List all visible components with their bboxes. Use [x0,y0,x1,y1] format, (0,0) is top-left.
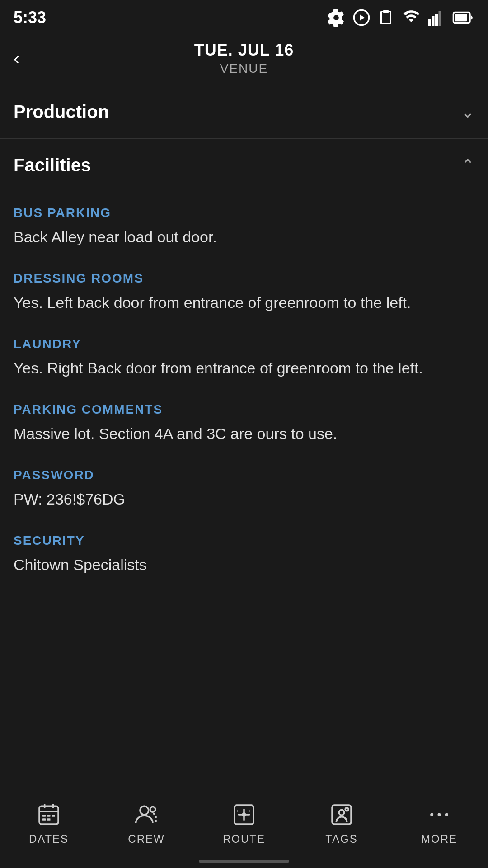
battery-icon [452,9,474,27]
facilities-section-header[interactable]: Facilities ⌃ [0,139,488,192]
home-indicator [199,860,289,863]
production-section-header[interactable]: Production ⌄ [0,85,488,139]
header-date: TUE. JUL 16 [194,41,294,60]
nav-item-route[interactable]: I I ROUTE [208,801,280,845]
svg-rect-18 [52,815,55,817]
security-label: SECURITY [14,533,474,548]
bus-parking-item: BUS PARKING Back Alley near load out doo… [14,206,474,249]
tags-icon [328,801,355,828]
crew-icon [133,801,160,828]
route-icon: I I [230,801,258,828]
status-time: 5:33 [14,8,46,27]
bus-parking-value: Back Alley near load out door. [14,226,474,249]
svg-rect-19 [42,818,46,821]
tags-label: TAGS [325,833,358,845]
svg-rect-7 [432,16,435,26]
svg-rect-6 [428,19,431,26]
more-label: MORE [421,833,457,845]
svg-rect-17 [47,815,51,817]
dates-label: DATES [29,833,69,845]
nav-item-more[interactable]: MORE [403,801,475,845]
production-title: Production [14,102,109,122]
password-label: PASSWORD [14,468,474,482]
parking-comments-item: PARKING COMMENTS Massive lot. Section 4A… [14,402,474,445]
nav-item-tags[interactable]: TAGS [305,801,378,845]
clipboard-icon [378,9,394,27]
svg-point-29 [345,808,348,811]
svg-rect-8 [435,14,438,26]
svg-point-30 [430,813,433,816]
route-label: ROUTE [223,833,265,845]
svg-point-24 [242,812,246,816]
dates-icon [35,801,62,828]
more-icon [426,801,453,828]
back-button[interactable]: ‹ [14,49,19,67]
play-icon [352,9,371,27]
svg-rect-16 [42,815,46,817]
svg-rect-2 [381,12,391,24]
bus-parking-label: BUS PARKING [14,206,474,220]
bottom-nav: DATES CREW I I ROUTE [0,790,488,868]
svg-rect-11 [455,14,467,22]
facilities-title: Facilities [14,155,91,175]
svg-point-32 [445,813,448,816]
header-center: TUE. JUL 16 VENUE [194,41,294,76]
settings-icon [327,9,345,27]
header-subtitle: VENUE [194,61,294,76]
svg-rect-9 [439,11,441,26]
parking-comments-value: Massive lot. Section 4A and 3C are ours … [14,422,474,445]
nav-item-crew[interactable]: CREW [110,801,183,845]
security-item: SECURITY Chitown Specialists [14,533,474,576]
facilities-content: BUS PARKING Back Alley near load out doo… [0,192,488,599]
wifi-icon [401,9,421,27]
svg-rect-3 [383,10,389,13]
svg-text:I: I [237,809,238,813]
dressing-rooms-item: DRESSING ROOMS Yes. Left back door from … [14,271,474,314]
laundry-label: LAUNDRY [14,337,474,351]
svg-point-28 [339,810,344,816]
production-chevron: ⌄ [461,103,474,122]
svg-text:I: I [249,809,251,813]
status-icons [327,9,474,27]
laundry-value: Yes. Right Back door from entrance of gr… [14,357,474,380]
parking-comments-label: PARKING COMMENTS [14,402,474,417]
facilities-chevron: ⌃ [461,156,474,175]
svg-point-21 [140,806,149,815]
laundry-item: LAUNDRY Yes. Right Back door from entran… [14,337,474,380]
svg-marker-1 [360,14,365,20]
crew-label: CREW [128,833,164,845]
dressing-rooms-value: Yes. Left back door from entrance of gre… [14,291,474,314]
status-bar: 5:33 [0,0,488,32]
dressing-rooms-label: DRESSING ROOMS [14,271,474,286]
password-value: PW: 236!$76DG [14,488,474,511]
svg-point-31 [438,813,441,816]
security-value: Chitown Specialists [14,553,474,576]
signal-icon [428,9,445,27]
svg-rect-20 [47,818,51,821]
page-header: ‹ TUE. JUL 16 VENUE [0,32,488,85]
password-item: PASSWORD PW: 236!$76DG [14,468,474,511]
svg-point-22 [150,807,155,812]
nav-item-dates[interactable]: DATES [13,801,85,845]
